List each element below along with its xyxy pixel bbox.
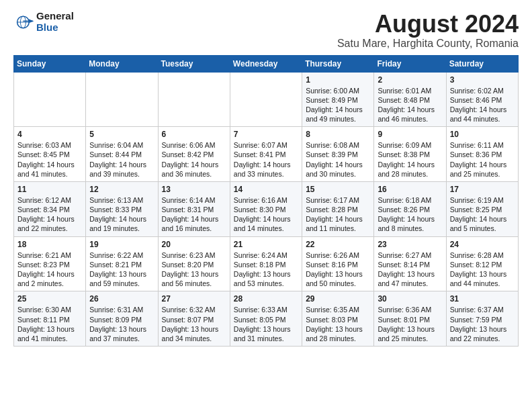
day-info: Sunrise: 6:35 AM Sunset: 8:03 PM Dayligh… <box>306 305 370 343</box>
day-info: Sunrise: 6:08 AM Sunset: 8:39 PM Dayligh… <box>306 140 370 179</box>
day-info: Sunrise: 6:06 AM Sunset: 8:42 PM Dayligh… <box>162 140 226 179</box>
logo: General Blue <box>13 11 74 33</box>
day-number: 9 <box>378 130 442 139</box>
calendar-cell: 31Sunrise: 6:37 AM Sunset: 7:59 PM Dayli… <box>446 291 518 347</box>
calendar-week-row: 1Sunrise: 6:00 AM Sunset: 8:49 PM Daylig… <box>14 72 519 127</box>
calendar-weekday-friday: Friday <box>374 55 446 72</box>
calendar-cell: 6Sunrise: 6:06 AM Sunset: 8:42 PM Daylig… <box>158 127 230 182</box>
calendar-weekday-thursday: Thursday <box>302 55 374 72</box>
logo-text: General Blue <box>36 11 74 33</box>
calendar-cell: 10Sunrise: 6:11 AM Sunset: 8:36 PM Dayli… <box>446 127 518 182</box>
day-number: 11 <box>17 185 82 194</box>
day-number: 18 <box>17 240 82 249</box>
logo-general-text: General <box>36 11 74 22</box>
day-info: Sunrise: 6:18 AM Sunset: 8:26 PM Dayligh… <box>378 195 442 234</box>
day-number: 24 <box>450 240 515 249</box>
calendar-cell <box>14 72 86 127</box>
day-number: 1 <box>306 75 370 85</box>
logo-blue-text: Blue <box>36 22 74 34</box>
day-number: 8 <box>306 130 370 139</box>
day-info: Sunrise: 6:01 AM Sunset: 8:48 PM Dayligh… <box>378 86 442 124</box>
day-info: Sunrise: 6:37 AM Sunset: 7:59 PM Dayligh… <box>450 305 515 343</box>
day-info: Sunrise: 6:23 AM Sunset: 8:20 PM Dayligh… <box>162 250 226 289</box>
day-number: 23 <box>378 240 442 249</box>
day-number: 7 <box>234 130 298 139</box>
day-info: Sunrise: 6:12 AM Sunset: 8:34 PM Dayligh… <box>17 195 82 234</box>
calendar-cell: 22Sunrise: 6:26 AM Sunset: 8:16 PM Dayli… <box>302 236 374 291</box>
day-number: 29 <box>306 294 370 304</box>
calendar-cell <box>158 72 230 127</box>
day-info: Sunrise: 6:19 AM Sunset: 8:25 PM Dayligh… <box>450 195 515 234</box>
page-subtitle: Satu Mare, Harghita County, Romania <box>337 38 519 50</box>
day-info: Sunrise: 6:32 AM Sunset: 8:07 PM Dayligh… <box>162 305 226 343</box>
day-info: Sunrise: 6:33 AM Sunset: 8:05 PM Dayligh… <box>234 305 298 343</box>
calendar-cell: 7Sunrise: 6:07 AM Sunset: 8:41 PM Daylig… <box>230 127 302 182</box>
calendar-cell: 29Sunrise: 6:35 AM Sunset: 8:03 PM Dayli… <box>302 291 374 347</box>
calendar-week-row: 25Sunrise: 6:30 AM Sunset: 8:11 PM Dayli… <box>14 291 519 347</box>
day-info: Sunrise: 6:03 AM Sunset: 8:45 PM Dayligh… <box>17 140 82 179</box>
calendar-cell: 16Sunrise: 6:18 AM Sunset: 8:26 PM Dayli… <box>374 181 446 236</box>
calendar-cell: 20Sunrise: 6:23 AM Sunset: 8:20 PM Dayli… <box>158 236 230 291</box>
day-number: 21 <box>234 240 298 249</box>
day-info: Sunrise: 6:00 AM Sunset: 8:49 PM Dayligh… <box>306 86 370 124</box>
calendar-cell: 27Sunrise: 6:32 AM Sunset: 8:07 PM Dayli… <box>158 291 230 347</box>
day-number: 12 <box>89 185 154 194</box>
calendar-cell: 24Sunrise: 6:28 AM Sunset: 8:12 PM Dayli… <box>446 236 518 291</box>
day-info: Sunrise: 6:02 AM Sunset: 8:46 PM Dayligh… <box>450 86 515 124</box>
calendar-week-row: 18Sunrise: 6:21 AM Sunset: 8:23 PM Dayli… <box>14 236 519 291</box>
calendar-cell: 21Sunrise: 6:24 AM Sunset: 8:18 PM Dayli… <box>230 236 302 291</box>
day-info: Sunrise: 6:17 AM Sunset: 8:28 PM Dayligh… <box>306 195 370 234</box>
day-number: 5 <box>89 130 154 139</box>
calendar-cell: 11Sunrise: 6:12 AM Sunset: 8:34 PM Dayli… <box>14 181 86 236</box>
calendar-table: SundayMondayTuesdayWednesdayThursdayFrid… <box>13 55 519 347</box>
calendar-week-row: 4Sunrise: 6:03 AM Sunset: 8:45 PM Daylig… <box>14 127 519 182</box>
calendar-cell: 8Sunrise: 6:08 AM Sunset: 8:39 PM Daylig… <box>302 127 374 182</box>
calendar-cell: 4Sunrise: 6:03 AM Sunset: 8:45 PM Daylig… <box>14 127 86 182</box>
day-info: Sunrise: 6:36 AM Sunset: 8:01 PM Dayligh… <box>378 305 442 343</box>
calendar-cell: 19Sunrise: 6:22 AM Sunset: 8:21 PM Dayli… <box>86 236 158 291</box>
calendar-cell: 18Sunrise: 6:21 AM Sunset: 8:23 PM Dayli… <box>14 236 86 291</box>
day-info: Sunrise: 6:09 AM Sunset: 8:38 PM Dayligh… <box>378 140 442 179</box>
day-info: Sunrise: 6:26 AM Sunset: 8:16 PM Dayligh… <box>306 250 370 289</box>
day-number: 19 <box>89 240 154 249</box>
calendar-cell: 3Sunrise: 6:02 AM Sunset: 8:46 PM Daylig… <box>446 72 518 127</box>
logo-icon <box>13 11 35 33</box>
calendar-cell: 15Sunrise: 6:17 AM Sunset: 8:28 PM Dayli… <box>302 181 374 236</box>
day-number: 6 <box>162 130 226 139</box>
day-number: 30 <box>378 294 442 304</box>
calendar-weekday-wednesday: Wednesday <box>230 55 302 72</box>
day-number: 17 <box>450 185 515 194</box>
day-info: Sunrise: 6:07 AM Sunset: 8:41 PM Dayligh… <box>234 140 298 179</box>
day-number: 27 <box>162 294 226 304</box>
calendar-cell: 28Sunrise: 6:33 AM Sunset: 8:05 PM Dayli… <box>230 291 302 347</box>
day-number: 15 <box>306 185 370 194</box>
day-number: 31 <box>450 294 515 304</box>
day-info: Sunrise: 6:31 AM Sunset: 8:09 PM Dayligh… <box>89 305 154 343</box>
calendar-weekday-sunday: Sunday <box>14 55 86 72</box>
day-info: Sunrise: 6:14 AM Sunset: 8:31 PM Dayligh… <box>162 195 226 234</box>
calendar-cell: 14Sunrise: 6:16 AM Sunset: 8:30 PM Dayli… <box>230 181 302 236</box>
calendar-cell: 17Sunrise: 6:19 AM Sunset: 8:25 PM Dayli… <box>446 181 518 236</box>
calendar-cell: 30Sunrise: 6:36 AM Sunset: 8:01 PM Dayli… <box>374 291 446 347</box>
day-info: Sunrise: 6:27 AM Sunset: 8:14 PM Dayligh… <box>378 250 442 289</box>
day-number: 13 <box>162 185 226 194</box>
calendar-week-row: 11Sunrise: 6:12 AM Sunset: 8:34 PM Dayli… <box>14 181 519 236</box>
calendar-weekday-saturday: Saturday <box>446 55 518 72</box>
day-number: 3 <box>450 75 515 85</box>
day-info: Sunrise: 6:24 AM Sunset: 8:18 PM Dayligh… <box>234 250 298 289</box>
day-number: 4 <box>17 130 82 139</box>
calendar-cell: 25Sunrise: 6:30 AM Sunset: 8:11 PM Dayli… <box>14 291 86 347</box>
day-info: Sunrise: 6:16 AM Sunset: 8:30 PM Dayligh… <box>234 195 298 234</box>
day-info: Sunrise: 6:22 AM Sunset: 8:21 PM Dayligh… <box>89 250 154 289</box>
calendar-header-row: SundayMondayTuesdayWednesdayThursdayFrid… <box>14 55 519 72</box>
day-number: 2 <box>378 75 442 85</box>
calendar-cell: 9Sunrise: 6:09 AM Sunset: 8:38 PM Daylig… <box>374 127 446 182</box>
day-info: Sunrise: 6:04 AM Sunset: 8:44 PM Dayligh… <box>89 140 154 179</box>
day-number: 20 <box>162 240 226 249</box>
page-title: August 2024 <box>337 11 519 38</box>
calendar-cell: 26Sunrise: 6:31 AM Sunset: 8:09 PM Dayli… <box>86 291 158 347</box>
calendar-cell: 2Sunrise: 6:01 AM Sunset: 8:48 PM Daylig… <box>374 72 446 127</box>
day-info: Sunrise: 6:30 AM Sunset: 8:11 PM Dayligh… <box>17 305 82 343</box>
calendar-cell: 12Sunrise: 6:13 AM Sunset: 8:33 PM Dayli… <box>86 181 158 236</box>
calendar-cell: 13Sunrise: 6:14 AM Sunset: 8:31 PM Dayli… <box>158 181 230 236</box>
